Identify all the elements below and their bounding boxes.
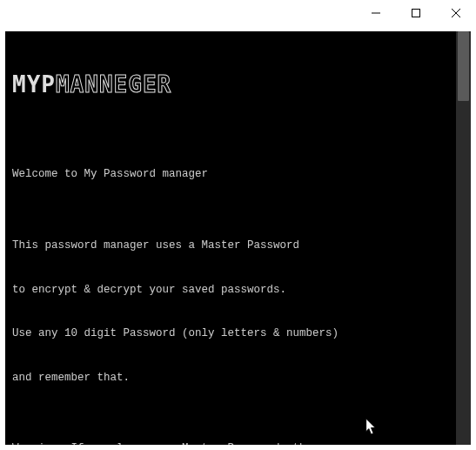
ascii-logo-outline: MANNEGER bbox=[56, 71, 171, 97]
minimize-button[interactable] bbox=[356, 0, 396, 26]
close-icon bbox=[452, 9, 460, 17]
app-window: MYPMANNEGER Welcome to My Password manag… bbox=[0, 0, 476, 450]
terminal-output[interactable]: MYPMANNEGER Welcome to My Password manag… bbox=[5, 31, 456, 445]
welcome-line: Welcome to My Password manager bbox=[12, 167, 453, 182]
maximize-button[interactable] bbox=[396, 0, 436, 26]
window-controls bbox=[356, 0, 476, 26]
close-button[interactable] bbox=[436, 0, 476, 26]
desc-line-3: Use any 10 digit Password (only letters … bbox=[12, 326, 453, 341]
svg-rect-1 bbox=[412, 10, 420, 17]
scrollbar-thumb[interactable] bbox=[458, 31, 469, 101]
warning-line-1: Warning: If you lose your Master Passwor… bbox=[12, 441, 453, 445]
minimize-icon bbox=[372, 9, 380, 17]
vertical-scrollbar[interactable] bbox=[456, 31, 471, 445]
terminal-container: MYPMANNEGER Welcome to My Password manag… bbox=[0, 26, 476, 450]
window-titlebar bbox=[0, 0, 476, 26]
maximize-icon bbox=[412, 9, 420, 17]
ascii-logo: MYPMANNEGER bbox=[12, 73, 453, 96]
desc-line-4: and remember that. bbox=[12, 371, 453, 386]
desc-line-2: to encrypt & decrypt your saved password… bbox=[12, 283, 453, 298]
desc-line-1: This password manager uses a Master Pass… bbox=[12, 238, 453, 253]
ascii-logo-solid: MYP bbox=[12, 71, 56, 97]
